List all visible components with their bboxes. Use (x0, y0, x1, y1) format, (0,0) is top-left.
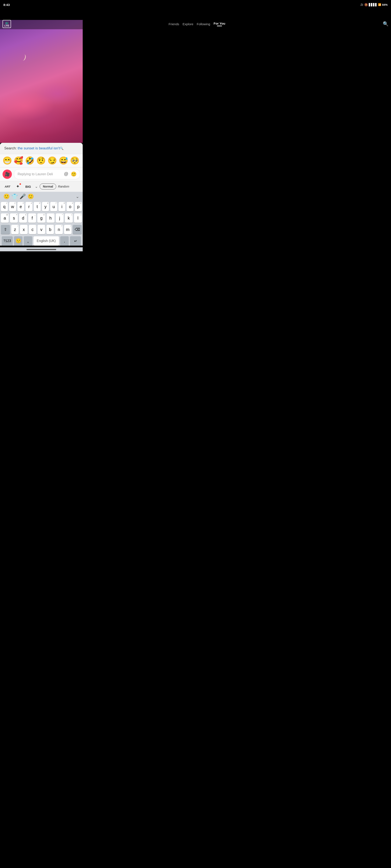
keyboard-bottom-row: ?123 🙂 , English (UK) . ↵ (1, 236, 82, 246)
search-query: the sunset is beautiful isn't (18, 146, 60, 150)
keyboard-row-3: ⇧ •z x :c .v ,b ?n !m ⌫ (1, 225, 82, 234)
emoji-pleading[interactable]: 🥺 (70, 156, 80, 165)
text-toolbar: ART ✦ BIG ⌄ Normal Random (0, 181, 83, 192)
key-f[interactable]: _f (28, 213, 36, 223)
emoji-raised-eyebrow[interactable]: 🤨 (36, 156, 46, 165)
key-t[interactable]: 5t (34, 202, 41, 211)
home-indicator (0, 247, 83, 251)
random-style-button[interactable]: Random (58, 185, 69, 188)
numbers-label: ?123 (3, 239, 11, 243)
keyboard-mic-icon[interactable]: 🎤 (20, 193, 26, 199)
comment-input-area: 🎥 @ 🙂 (0, 167, 83, 181)
key-q[interactable]: 1q (1, 202, 8, 211)
emoji-hearts[interactable]: 🥰 (14, 156, 23, 165)
nav-bar: LIVE Friends Explore Following For You 🔍 (0, 19, 83, 29)
effects-notification-dot (20, 183, 21, 185)
emoji-sweat-smile[interactable]: 😅 (59, 156, 68, 165)
key-a[interactable]: @a (1, 213, 9, 223)
key-v[interactable]: .v (37, 225, 45, 234)
status-bar: 8:43 🎥 🔕 ▋▋▋▋ 📶 84% (0, 0, 83, 9)
key-j[interactable]: +j (56, 213, 64, 223)
space-label: English (UK) (37, 239, 56, 243)
user-avatar: 🎥 (3, 169, 12, 179)
key-c[interactable]: :c (29, 225, 36, 234)
input-icons: @ 🙂 (64, 172, 77, 177)
keyboard-shirt-icon[interactable]: 👕 (11, 193, 18, 199)
search-query-icon: 🔍 (60, 147, 63, 150)
comment-text-input[interactable] (18, 172, 62, 176)
keyboard-rows: 1q 2w 3e 4r 5t 6y 7u 8i 9o 0p @a #s £d _… (0, 201, 83, 246)
video-background (0, 20, 83, 143)
key-p[interactable]: 0p (75, 202, 82, 211)
search-label: Search: (4, 146, 17, 150)
key-n[interactable]: ?n (55, 225, 63, 234)
keyboard-emoji-icon[interactable]: 🙂 (3, 193, 10, 199)
normal-style-button[interactable]: Normal (40, 184, 56, 189)
key-k[interactable]: (k (65, 213, 73, 223)
space-key[interactable]: English (UK) (33, 236, 59, 246)
keyboard-row-2: @a #s £d _f &g -h +j (k )l (1, 213, 82, 223)
key-y[interactable]: 6y (42, 202, 49, 211)
shift-key[interactable]: ⇧ (1, 225, 10, 234)
key-s[interactable]: #s (10, 213, 18, 223)
keyboard-icon-row: 🙂 👕 🎤 🙂 (3, 193, 34, 199)
art-button[interactable]: ART (3, 184, 12, 189)
key-g[interactable]: &g (37, 213, 45, 223)
backspace-key[interactable]: ⌫ (73, 225, 82, 234)
effects-button[interactable]: ✦ (14, 183, 22, 190)
moon-decoration (21, 54, 27, 61)
emoji-key[interactable]: 🙂 (14, 236, 23, 246)
mention-icon[interactable]: @ (64, 172, 68, 177)
key-e[interactable]: 3e (18, 202, 24, 211)
key-z[interactable]: •z (11, 225, 19, 234)
comment-input-box[interactable]: @ 🙂 (14, 169, 80, 179)
status-time: 8:43 (3, 3, 10, 6)
key-d[interactable]: £d (19, 213, 27, 223)
emoji-row: 😁 🥰 🤣 🤨 😏 😅 🥺 (0, 154, 83, 167)
emoji-input-icon[interactable]: 🙂 (71, 172, 77, 177)
expand-toolbar-button[interactable]: ⌄ (35, 184, 38, 189)
key-h[interactable]: -h (47, 213, 55, 223)
emoji-laugh-cry[interactable]: 🤣 (25, 156, 35, 165)
live-button[interactable]: LIVE (3, 20, 11, 28)
key-u[interactable]: 7u (50, 202, 57, 211)
key-r[interactable]: 4r (25, 202, 32, 211)
search-suggestion[interactable]: Search: the sunset is beautiful isn't🔍 (4, 146, 79, 151)
key-w[interactable]: 2w (9, 202, 16, 211)
keyboard-sticker-icon[interactable]: 🙂 (28, 193, 34, 199)
return-label: ↵ (74, 239, 77, 243)
keyboard-row-1: 1q 2w 3e 4r 5t 6y 7u 8i 9o 0p (1, 202, 82, 211)
return-key[interactable]: ↵ (70, 236, 81, 246)
key-l[interactable]: )l (74, 213, 82, 223)
keyboard-collapse-button[interactable]: ⌄ (76, 194, 79, 199)
key-x[interactable]: x (20, 225, 27, 234)
emoji-smirk[interactable]: 😏 (48, 156, 57, 165)
keyboard-top-row: 🙂 👕 🎤 🙂 ⌄ (0, 192, 83, 201)
home-bar (27, 249, 56, 250)
key-m[interactable]: !m (64, 225, 71, 234)
key-b[interactable]: ,b (47, 225, 54, 234)
search-panel: Search: the sunset is beautiful isn't🔍 (0, 143, 83, 154)
comma-key[interactable]: , (24, 236, 32, 246)
period-key[interactable]: . (60, 236, 69, 246)
camera-record-icon: 🎥 (5, 172, 10, 177)
key-o[interactable]: 9o (67, 202, 73, 211)
numbers-key[interactable]: ?123 (2, 236, 13, 246)
big-text-button[interactable]: BIG (23, 184, 33, 190)
key-i[interactable]: 8i (59, 202, 65, 211)
emoji-grin[interactable]: 😁 (3, 156, 12, 165)
